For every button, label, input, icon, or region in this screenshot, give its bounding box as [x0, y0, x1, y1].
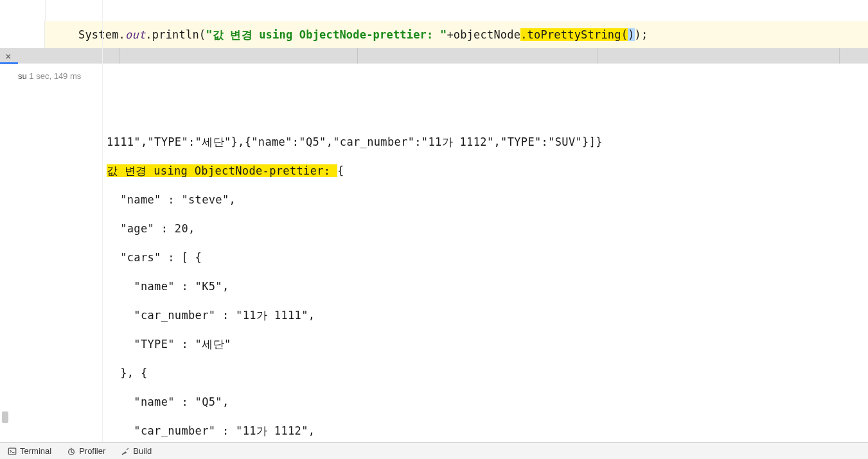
- console-line: 1111","TYPE":"세단"},{"name":"Q5","car_num…: [107, 135, 603, 148]
- run-tab-strip: ×: [0, 48, 868, 64]
- console-line: "TYPE" : "세단": [107, 338, 231, 351]
- bottom-toolbar: Terminal Profiler Build: [0, 442, 868, 459]
- scrollbar-thumb[interactable]: [2, 411, 8, 423]
- run-status: su 1 sec, 149 ms: [18, 64, 82, 442]
- console-highlight: 값 변경 using ObjectNode-prettier:: [107, 164, 337, 177]
- code-segment: +objectNode: [447, 28, 520, 41]
- code-paren-highlight: ): [628, 28, 634, 41]
- run-toolbar-gutter: [0, 64, 18, 442]
- console-line: "age" : 20,: [107, 222, 195, 235]
- console-line: "cars" : [ {: [107, 251, 202, 264]
- profiler-tab[interactable]: Profiler: [59, 443, 113, 459]
- console-line: }, {: [107, 367, 148, 379]
- code-text: System.out.println("값 변경 using ObjectNod…: [45, 28, 648, 42]
- output-column-divider: [102, 64, 103, 442]
- svg-rect-0: [8, 448, 15, 455]
- editor-blank: [45, 0, 868, 21]
- terminal-tab[interactable]: Terminal: [0, 443, 59, 459]
- editor-code-line[interactable]: System.out.println("값 변경 using ObjectNod…: [0, 21, 868, 48]
- code-segment: );: [635, 28, 648, 41]
- console-line: "car_number" : "11가 1111",: [107, 309, 315, 322]
- build-tab[interactable]: Build: [113, 443, 159, 459]
- tab-divider: [120, 48, 120, 64]
- terminal-icon: [8, 447, 17, 456]
- console-line: "car_number" : "11가 1112",: [107, 424, 315, 437]
- terminal-label: Terminal: [20, 446, 51, 456]
- run-output-panel: su 1 sec, 149 ms 1111","TYPE":"세단"},{"na…: [0, 64, 868, 442]
- console-line: "name" : "steve",: [107, 193, 236, 206]
- close-icon[interactable]: ×: [5, 50, 12, 62]
- profiler-icon: [67, 447, 76, 456]
- editor-gutter: [0, 21, 45, 48]
- tab-divider: [598, 48, 598, 64]
- console-line: "name" : "K5",: [107, 280, 229, 293]
- build-label: Build: [133, 446, 152, 456]
- console-line: {: [337, 164, 344, 177]
- code-segment: .println(: [145, 28, 206, 41]
- run-status-label: su: [18, 71, 27, 81]
- tab-divider: [839, 48, 840, 64]
- build-icon: [121, 447, 130, 456]
- profiler-label: Profiler: [79, 446, 105, 456]
- console-output[interactable]: 1111","TYPE":"세단"},{"name":"Q5","car_num…: [82, 64, 868, 442]
- run-duration: 1 sec, 149 ms: [29, 71, 81, 81]
- console-line: "name" : "Q5",: [107, 395, 229, 408]
- tab-divider: [357, 48, 358, 64]
- code-method-highlight: .toPrettyString(: [520, 28, 628, 41]
- code-out-keyword: out: [125, 28, 145, 41]
- code-string-literal: "값 변경 using ObjectNode-prettier: ": [206, 28, 447, 41]
